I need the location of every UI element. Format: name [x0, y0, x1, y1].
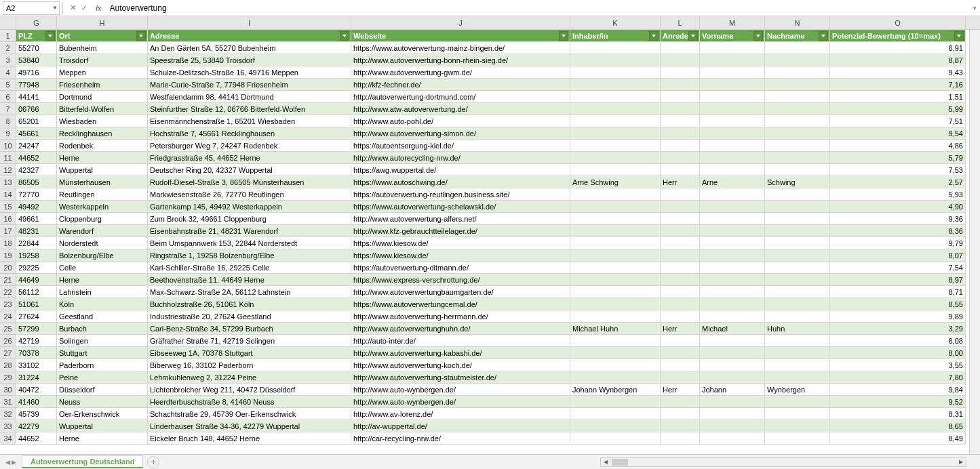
cell-vorname[interactable] [700, 103, 765, 115]
cell-anrede[interactable] [661, 103, 700, 115]
cell-plz[interactable]: 49661 [16, 213, 57, 225]
cell-nachname[interactable] [765, 432, 830, 445]
row-header[interactable]: 30 [0, 384, 16, 396]
cell-plz[interactable]: 24247 [16, 140, 57, 152]
cell-adresse[interactable]: Beethovenstraße 11, 44649 Herne [148, 274, 351, 286]
cell-webseite[interactable]: http://www.auto-pohl.de/ [351, 115, 570, 127]
cell-potenzial[interactable]: 4,90 [830, 201, 966, 213]
cell-anrede[interactable] [661, 396, 700, 408]
cell-nachname[interactable] [765, 225, 830, 237]
cell-webseite[interactable]: http://www.atw-autoverwertung.de/ [351, 103, 570, 115]
cell-plz[interactable]: 45661 [16, 127, 57, 140]
cell-ort[interactable]: Westerkappeln [57, 201, 148, 213]
cell-potenzial[interactable]: 9,79 [830, 237, 966, 249]
cell-plz[interactable]: 42719 [16, 335, 57, 347]
row-header[interactable]: 22 [0, 286, 16, 298]
cell-plz[interactable]: 41460 [16, 396, 57, 408]
cell-potenzial[interactable]: 1,51 [830, 91, 966, 103]
cell-nachname[interactable] [765, 127, 830, 140]
cell-ort[interactable]: Troisdorf [57, 54, 148, 66]
cell-adresse[interactable]: Eisenbahnstraße 21, 48231 Warendorf [148, 225, 351, 237]
cell-nachname[interactable] [765, 359, 830, 371]
cell-potenzial[interactable]: 7,54 [830, 262, 966, 274]
cell-vorname[interactable] [700, 335, 765, 347]
cell-ort[interactable]: Friesenheim [57, 79, 148, 91]
filter-icon[interactable] [136, 31, 146, 41]
cell-plz[interactable]: 45739 [16, 408, 57, 420]
col-header[interactable]: H [57, 16, 148, 29]
cell-webseite[interactable]: http://www.autoverwertung-herrmann.de/ [351, 310, 570, 323]
row-header[interactable]: 1 [0, 30, 16, 42]
cell-vorname[interactable] [700, 347, 765, 359]
cell-nachname[interactable] [765, 213, 830, 225]
chevron-down-icon[interactable]: ▼ [52, 5, 58, 11]
cell-nachname[interactable] [765, 164, 830, 176]
cell-potenzial[interactable]: 7,53 [830, 164, 966, 176]
row-header[interactable]: 19 [0, 249, 16, 262]
row-header[interactable]: 8 [0, 115, 16, 127]
cell-plz[interactable]: 44652 [16, 152, 57, 164]
cell-plz[interactable]: 49492 [16, 201, 57, 213]
cell-inhaber[interactable] [570, 408, 661, 420]
table-header-webseite[interactable]: Webseite [351, 30, 570, 42]
cell-anrede[interactable] [661, 310, 700, 323]
cell-webseite[interactable]: http://www.autoverwertung-bonn-rhein-sie… [351, 54, 570, 66]
cell-inhaber[interactable]: Arne Schwing [570, 176, 661, 188]
cell-anrede[interactable] [661, 54, 700, 66]
filter-icon[interactable] [954, 31, 964, 41]
cell-adresse[interactable]: Linderhauser Straße 34-36, 42279 Wuppert… [148, 420, 351, 432]
cell-potenzial[interactable]: 7,80 [830, 371, 966, 384]
cell-webseite[interactable]: https://www.autoschwing.de/ [351, 176, 570, 188]
cell-inhaber[interactable] [570, 371, 661, 384]
cell-adresse[interactable]: Hochstraße 7, 45661 Recklinghausen [148, 127, 351, 140]
cell-ort[interactable]: Cloppenburg [57, 213, 148, 225]
row-header[interactable]: 7 [0, 103, 16, 115]
cell-anrede[interactable] [661, 201, 700, 213]
cell-vorname[interactable] [700, 310, 765, 323]
cell-ort[interactable]: Herne [57, 432, 148, 445]
cell-vorname[interactable] [700, 420, 765, 432]
table-header-plz[interactable]: PLZ [16, 30, 57, 42]
cell-ort[interactable]: Dortmund [57, 91, 148, 103]
cell-vorname[interactable] [700, 371, 765, 384]
row-header[interactable]: 20 [0, 262, 16, 274]
vertical-scrollbar[interactable] [969, 30, 980, 454]
cell-adresse[interactable]: Zum Brook 32, 49661 Cloppenburg [148, 213, 351, 225]
cell-anrede[interactable] [661, 188, 700, 201]
cell-potenzial[interactable]: 8,07 [830, 249, 966, 262]
row-header[interactable]: 24 [0, 310, 16, 323]
cell-webseite[interactable]: https://www.autoverwertung-mainz-bingen.… [351, 42, 570, 54]
col-header[interactable]: I [148, 16, 351, 29]
cell-ort[interactable]: Düsseldorf [57, 384, 148, 396]
cell-inhaber[interactable] [570, 298, 661, 310]
row-header[interactable]: 34 [0, 432, 16, 445]
expand-formula-bar-icon[interactable]: ▾ [969, 5, 980, 12]
cell-vorname[interactable] [700, 164, 765, 176]
row-header[interactable]: 5 [0, 79, 16, 91]
cell-potenzial[interactable]: 8,00 [830, 347, 966, 359]
cell-inhaber[interactable] [570, 54, 661, 66]
cell-anrede[interactable] [661, 359, 700, 371]
cell-inhaber[interactable] [570, 274, 661, 286]
scrollbar-thumb[interactable] [612, 459, 628, 466]
cell-vorname[interactable] [700, 152, 765, 164]
tab-prev-icon[interactable]: ◀ [5, 459, 10, 466]
row-header[interactable]: 3 [0, 54, 16, 66]
cell-potenzial[interactable]: 8,31 [830, 408, 966, 420]
cell-adresse[interactable]: An Den Gärten 5A, 55270 Bubenheim [148, 42, 351, 54]
filter-icon[interactable] [753, 31, 763, 41]
cell-webseite[interactable]: https://www.kiesow.de/ [351, 249, 570, 262]
cell-vorname[interactable] [700, 79, 765, 91]
scroll-right-icon[interactable]: ▶ [956, 459, 966, 465]
cell-inhaber[interactable] [570, 201, 661, 213]
cell-nachname[interactable] [765, 408, 830, 420]
cell-nachname[interactable] [765, 115, 830, 127]
cell-ort[interactable]: Burbach [57, 323, 148, 335]
cell-inhaber[interactable]: Johann Wynbergen [570, 384, 661, 396]
row-header[interactable]: 4 [0, 66, 16, 79]
cell-vorname[interactable] [700, 213, 765, 225]
cell-nachname[interactable] [765, 54, 830, 66]
cell-potenzial[interactable]: 5,79 [830, 152, 966, 164]
row-header[interactable]: 32 [0, 408, 16, 420]
fx-icon[interactable]: fx [96, 4, 102, 12]
